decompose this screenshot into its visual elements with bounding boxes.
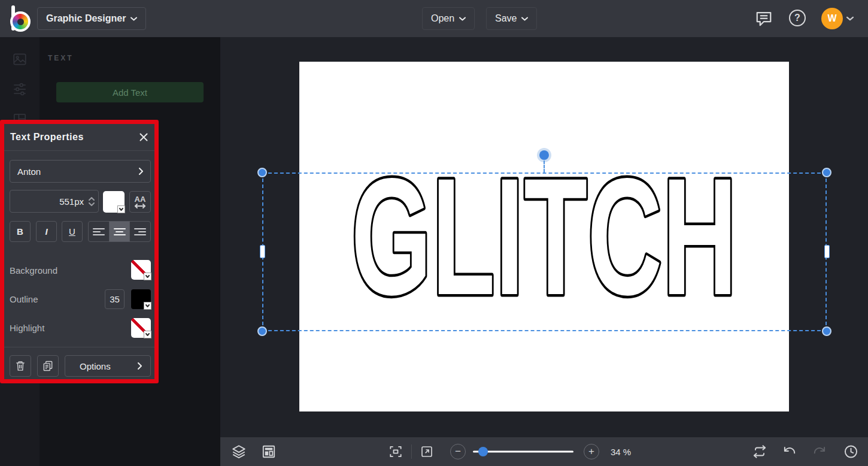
underline-button[interactable]: U [62,221,83,242]
chevron-down-icon [130,17,137,21]
chevron-right-icon [139,168,143,175]
save-label: Save [495,13,517,24]
background-label: Background [10,265,57,276]
highlight-label: Highlight [10,323,44,333]
horizontal-arrows-icon [134,204,146,208]
full-preview-icon[interactable] [420,444,434,459]
image-manager-icon[interactable] [12,52,28,67]
zoom-out-button[interactable]: − [450,444,466,459]
outline-label: Outline [10,294,38,304]
color-dropdown-icon[interactable] [144,302,151,310]
selection-bounding-box[interactable] [262,173,827,331]
zoom-slider-track[interactable] [473,451,573,453]
color-dropdown-icon[interactable] [144,331,151,338]
divider [4,347,154,347]
resize-handle-top-right[interactable] [822,168,831,177]
layers-icon[interactable] [231,444,247,459]
history-icon[interactable] [843,444,859,460]
open-label: Open [431,13,454,24]
font-size-input[interactable]: 551px [10,190,99,213]
font-family-value: Anton [17,167,41,177]
duplicate-icon [42,360,54,372]
chevron-down-icon [459,17,466,21]
app-menu-button[interactable]: Graphic Designer [37,7,146,30]
trash-icon [14,360,26,372]
zoom-in-button[interactable]: + [584,444,599,459]
redo-icon[interactable] [812,444,827,459]
highlight-color-swatch[interactable] [131,318,151,338]
align-left-button[interactable] [89,222,110,241]
text-align-group [88,221,151,242]
outline-width-value: 35 [110,294,120,304]
color-dropdown-icon[interactable] [117,205,125,213]
outline-width-input[interactable]: 35 [105,289,125,309]
app-menu-label: Graphic Designer [46,13,126,24]
font-size-value: 551px [59,196,84,207]
delete-button[interactable] [10,355,31,377]
align-right-button[interactable] [130,222,150,241]
open-button[interactable]: Open [422,7,475,30]
font-family-selector[interactable]: Anton [10,160,151,183]
adjust-sliders-icon[interactable] [12,81,28,97]
text-properties-title: Text Properties [10,132,84,143]
zoom-percent: 34 % [611,447,631,457]
chevron-down-icon [521,17,528,21]
compare-swap-icon[interactable] [752,444,767,459]
resize-handle-bottom-right[interactable] [822,326,831,336]
resize-handle-top-left[interactable] [257,168,267,177]
outline-color-swatch[interactable] [131,289,151,309]
befunky-logo-icon[interactable] [7,5,35,32]
align-center-icon [114,228,126,235]
divider [411,444,412,459]
rotate-handle[interactable] [539,150,549,160]
align-center-button[interactable] [110,222,130,241]
save-button[interactable]: Save [486,7,537,30]
rotation-stem [544,161,545,173]
resize-handle-bottom-left[interactable] [257,326,267,336]
font-size-stepper[interactable] [89,197,95,206]
text-color-swatch[interactable] [103,191,125,213]
templates-icon[interactable] [261,444,277,459]
chevron-up-icon [89,197,95,201]
add-text-label: Add Text [113,87,147,98]
chevron-down-icon [89,202,95,206]
color-dropdown-icon[interactable] [144,273,151,280]
resize-handle-left[interactable] [260,245,265,258]
text-properties-header: Text Properties [4,124,154,150]
background-color-swatch[interactable] [131,260,151,280]
avatar-initial: W [827,13,836,24]
chevron-right-icon [138,362,142,370]
duplicate-button[interactable] [37,355,59,377]
panel-section-title: TEXT [48,54,74,62]
options-label: Options [80,361,111,371]
fit-to-screen-icon[interactable] [388,444,403,459]
bottom-toolbar: − + 34 % [220,437,868,466]
bold-button[interactable]: B [10,221,31,242]
undo-icon[interactable] [782,444,797,459]
align-left-icon [93,228,105,235]
close-icon[interactable] [139,132,148,142]
avatar[interactable]: W [821,8,843,29]
resize-handle-right[interactable] [824,245,830,258]
account-chevron-down-icon[interactable] [846,16,854,21]
letter-spacing-button[interactable]: AA [129,191,151,213]
italic-button[interactable]: I [36,221,57,242]
letter-spacing-label: AA [135,195,146,203]
top-bar: Graphic Designer Open Save ? W [0,0,868,37]
divider [4,150,154,151]
zoom-slider-handle[interactable] [478,447,488,456]
add-text-button[interactable]: Add Text [56,82,204,102]
feedback-chat-icon[interactable] [754,10,773,28]
options-button[interactable]: Options [65,355,151,377]
align-right-icon [134,228,146,235]
help-icon[interactable]: ? [789,10,806,26]
text-properties-panel: Text Properties Anton 551px AA B I U [0,120,159,383]
